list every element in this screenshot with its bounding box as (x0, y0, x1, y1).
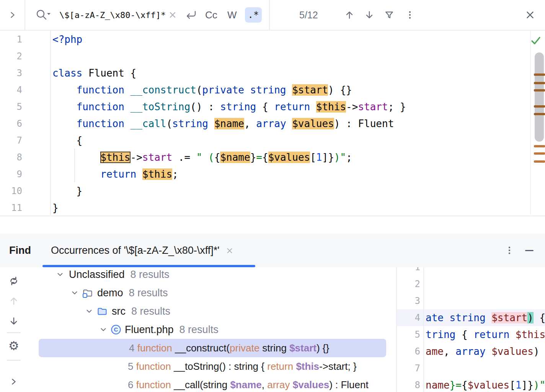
stripe-mark[interactable] (534, 145, 545, 147)
line-number[interactable]: 4 (0, 82, 22, 98)
code-segment: $this (296, 361, 319, 372)
tree-row-src[interactable]: src 8 results (28, 302, 454, 320)
editor-scrollbar-thumb[interactable] (535, 52, 544, 142)
next-occurrence-button[interactable] (8, 315, 20, 327)
line-number[interactable]: 8 (397, 377, 420, 392)
line-number[interactable]: 9 (0, 166, 22, 183)
error-stripe-separator (530, 31, 531, 215)
tree-row-demo[interactable]: demo 8 results (28, 284, 439, 302)
code-line[interactable] (426, 292, 545, 309)
regex-toggle[interactable]: .* (245, 7, 262, 23)
line-number[interactable]: 6 (0, 115, 22, 132)
toolwindow-more-button[interactable] (504, 245, 515, 256)
code-line[interactable]: tring { return $this (426, 326, 545, 343)
stripe-mark[interactable] (534, 89, 545, 91)
words-toggle[interactable]: W (227, 0, 237, 30)
line-number[interactable]: 5 (0, 98, 22, 115)
stripe-mark[interactable] (534, 105, 545, 108)
match-case-toggle[interactable]: Cc (205, 0, 217, 30)
code-segment: <?php (52, 34, 82, 45)
filter-search-button[interactable] (383, 9, 395, 21)
editor-gutter[interactable]: 1234567891011 (0, 31, 22, 216)
line-number[interactable]: 5 (397, 326, 420, 343)
code-line[interactable]: ame, array $values) (426, 343, 545, 360)
line-number[interactable]: 10 (0, 183, 22, 199)
stripe-mark[interactable] (534, 113, 545, 115)
tree-row-unclassified[interactable]: Unclassified 8 results (28, 265, 424, 284)
preview-code-area[interactable]: ate string $start) {tring { return $this… (426, 267, 545, 392)
divider (7, 360, 21, 361)
previous-match-button[interactable] (344, 9, 355, 21)
code-line[interactable]: } (52, 199, 529, 215)
code-line[interactable]: { (52, 132, 529, 149)
line-number[interactable]: 2 (0, 48, 22, 65)
line-number[interactable]: 3 (397, 292, 420, 309)
code-segment: return (274, 101, 310, 113)
inspections-status-button[interactable] (530, 35, 541, 46)
code-line[interactable] (426, 276, 545, 292)
previous-occurrence-button[interactable] (8, 295, 20, 307)
search-icon (35, 8, 51, 21)
code-segment: $values (468, 379, 510, 391)
expand-panel-button[interactable] (8, 376, 20, 387)
search-more-button[interactable] (404, 9, 416, 21)
expand-replace-toggle[interactable] (7, 9, 18, 21)
line-number[interactable]: 2 (397, 276, 420, 292)
close-icon (169, 11, 176, 19)
line-number[interactable]: 8 (0, 149, 22, 166)
line-number[interactable]: 1 (0, 31, 22, 48)
code-line[interactable] (52, 48, 529, 65)
code-segment: __call (131, 118, 166, 129)
chevron-down-icon[interactable] (56, 270, 64, 279)
chevron-down-icon[interactable] (85, 307, 93, 315)
code-line[interactable]: function __toString() : string { return … (52, 98, 529, 115)
clear-search-button[interactable] (168, 10, 178, 20)
code-segment: { (262, 152, 268, 163)
hide-toolwindow-button[interactable] (524, 245, 535, 256)
gutter-separator (50, 31, 51, 215)
code-line[interactable]: class Fluent { (52, 65, 529, 82)
line-number[interactable]: 7 (397, 360, 420, 377)
code-line[interactable]: } (52, 183, 529, 199)
line-number[interactable]: 1 (397, 267, 420, 276)
code-line[interactable]: return $this; (52, 166, 529, 183)
kebab-icon (504, 245, 514, 255)
search-input[interactable]: \$[a-zA-Z_\x80-\xff]* (59, 0, 166, 30)
tab-occurrences[interactable]: Occurrences of '\$[a-zA-Z_\x80-\xff]*' (51, 234, 233, 267)
stripe-mark[interactable] (534, 152, 545, 155)
line-number[interactable]: 4 (397, 309, 420, 326)
source-folder-icon (96, 305, 108, 317)
code-line[interactable]: <?php (52, 31, 529, 48)
code-segment: }= (450, 379, 462, 391)
code-segment: 5 (128, 361, 136, 372)
toolwindow-title[interactable]: Find (9, 234, 31, 267)
settings-button[interactable]: ⚙ (7, 338, 20, 353)
next-match-button[interactable] (364, 9, 375, 21)
code-segment: )" (534, 379, 545, 391)
code-line[interactable]: $this->start .= " ({$name}={$values[1]})… (52, 149, 529, 166)
code-line[interactable]: name}={$values[1]})" (426, 377, 545, 392)
line-number[interactable]: 11 (0, 199, 22, 216)
rerun-search-button[interactable] (8, 275, 20, 287)
close-search-button[interactable] (524, 9, 536, 21)
stripe-mark[interactable] (534, 160, 545, 163)
stripe-mark[interactable] (534, 74, 545, 76)
code-line[interactable] (426, 267, 545, 276)
code-segment (310, 101, 316, 113)
code-line[interactable] (426, 360, 545, 377)
new-line-button[interactable] (184, 9, 197, 21)
line-number[interactable]: 6 (397, 343, 420, 360)
code-line[interactable]: function __call(string $name, array $val… (52, 115, 529, 132)
line-number[interactable]: 7 (0, 132, 22, 149)
preview-gutter[interactable]: 12345678 (397, 267, 420, 392)
chevron-down-icon[interactable] (99, 325, 108, 334)
search-history-button[interactable] (35, 8, 51, 21)
line-number[interactable]: 3 (0, 65, 22, 82)
chevron-down-icon[interactable] (70, 289, 79, 297)
code-segment: ) : Fluent (329, 379, 369, 390)
code-line[interactable]: function __construct(private string $sta… (52, 82, 529, 98)
close-icon[interactable] (226, 247, 233, 254)
editor-code-area[interactable]: <?phpclass Fluent { function __construct… (52, 31, 529, 215)
code-line[interactable]: ate string $start) { (426, 309, 545, 326)
stripe-mark[interactable] (534, 82, 545, 84)
